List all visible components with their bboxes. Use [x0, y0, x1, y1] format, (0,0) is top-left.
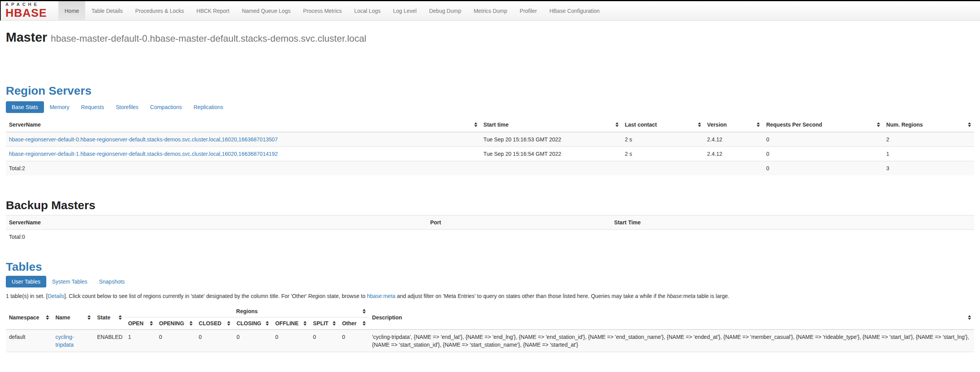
tables-heading: Tables	[6, 260, 974, 273]
nav-item-debug-dump[interactable]: Debug Dump	[423, 1, 468, 20]
sort-icon[interactable]	[363, 321, 366, 326]
column-header-offline[interactable]: OFFLINE	[272, 317, 310, 330]
sort-icon[interactable]	[150, 321, 153, 326]
regionserver-1-link[interactable]: hbase-regionserver-default-1.hbase-regio…	[9, 151, 278, 157]
master-title: Master	[6, 30, 47, 44]
offline-count-cell[interactable]: 0	[272, 330, 310, 352]
nav-item-log-level[interactable]: Log Level	[387, 1, 423, 20]
column-header-closing[interactable]: CLOSING	[233, 317, 272, 330]
tab-storefiles[interactable]: Storefiles	[110, 101, 144, 113]
sort-icon[interactable]	[46, 315, 49, 320]
sort-icon[interactable]	[333, 321, 336, 326]
rps-cell: 0	[763, 147, 883, 161]
column-header-description[interactable]: Description	[369, 305, 974, 330]
closing-count-cell[interactable]: 0	[233, 330, 272, 352]
nav-item-procedures-locks[interactable]: Procedures & Locks	[129, 1, 190, 20]
column-header-servername[interactable]: ServerName	[6, 118, 480, 132]
column-header-num-regions[interactable]: Num. Regions	[883, 118, 974, 132]
num-regions-cell: 1	[883, 147, 974, 161]
opening-count-cell[interactable]: 0	[156, 330, 196, 352]
split-count-cell[interactable]: 0	[310, 330, 339, 352]
last-contact-cell: 2 s	[622, 147, 704, 161]
column-header-requests-per-second[interactable]: Requests Per Second	[763, 118, 883, 132]
tab-memory[interactable]: Memory	[44, 101, 75, 113]
nav-item-process-metrics[interactable]: Process Metrics	[297, 1, 348, 20]
nav-item-named-queue-logs[interactable]: Named Queue Logs	[236, 1, 297, 20]
nav-item-metrics-dump[interactable]: Metrics Dump	[467, 1, 513, 20]
column-header-state[interactable]: State	[94, 305, 125, 330]
total-label: Total:2	[6, 161, 480, 176]
column-header-start-time: Start Time	[611, 215, 974, 230]
tab-requests[interactable]: Requests	[75, 101, 110, 113]
nav-item-local-logs[interactable]: Local Logs	[348, 1, 387, 20]
name-cell: cycling-tripdata	[52, 330, 94, 352]
tab-user-tables[interactable]: User Tables	[6, 276, 46, 287]
table-row: hbase-regionserver-default-0.hbase-regio…	[6, 132, 974, 147]
column-header-namespace[interactable]: Namespace	[6, 305, 52, 330]
column-header-start-time[interactable]: Start time	[480, 118, 622, 132]
sort-icon[interactable]	[698, 122, 701, 127]
sort-icon[interactable]	[877, 122, 880, 127]
sort-icon[interactable]	[968, 122, 971, 127]
hbase-logo[interactable]: APACHE HBASE	[1, 1, 58, 20]
column-header-closed[interactable]: CLOSED	[196, 317, 233, 330]
sort-icon[interactable]	[303, 321, 307, 326]
region-servers-header-row: ServerName Start time Last contact Versi…	[6, 118, 974, 132]
navbar-items: Home Table Details Procedures & Locks HB…	[58, 1, 606, 20]
sort-icon[interactable]	[189, 321, 193, 326]
open-count-cell[interactable]: 1	[125, 330, 156, 352]
sort-icon[interactable]	[757, 122, 760, 127]
servername-cell: hbase-regionserver-default-0.hbase-regio…	[6, 132, 480, 147]
num-regions-cell: 2	[883, 132, 974, 147]
sort-icon[interactable]	[266, 321, 269, 326]
tab-snapshots[interactable]: Snapshots	[93, 276, 130, 287]
logo-hbase-text: HBASE	[5, 7, 53, 19]
table-row: default cycling-tripdata ENABLED 1 0 0 0…	[6, 330, 974, 352]
total-label: Total:0	[6, 230, 427, 244]
top-navbar: APACHE HBASE Home Table Details Procedur…	[0, 1, 980, 21]
start-time-cell: Tue Sep 20 15:16:53 GMT 2022	[480, 132, 622, 147]
tab-base-stats[interactable]: Base Stats	[6, 101, 44, 113]
tab-replications[interactable]: Replications	[188, 101, 229, 113]
nav-item-hbck-report[interactable]: HBCK Report	[190, 1, 236, 20]
nav-item-hbase-configuration[interactable]: HBase Configuration	[543, 1, 606, 20]
nav-item-home[interactable]: Home	[58, 1, 85, 20]
total-regions: 3	[883, 161, 974, 176]
regionserver-0-link[interactable]: hbase-regionserver-default-0.hbase-regio…	[9, 136, 278, 143]
column-header-servername: ServerName	[6, 215, 427, 230]
column-header-version[interactable]: Version	[704, 118, 763, 132]
backup-masters-header-row: ServerName Port Start Time	[6, 215, 974, 230]
closed-count-cell[interactable]: 0	[196, 330, 233, 352]
hbase-meta-link[interactable]: hbase:meta	[367, 293, 395, 299]
column-header-opening[interactable]: OPENING	[156, 317, 196, 330]
sort-icon[interactable]	[119, 315, 122, 320]
region-servers-tabs: Base Stats Memory Requests Storefiles Co…	[6, 101, 974, 113]
version-cell: 2.4.12	[704, 132, 763, 147]
column-header-split[interactable]: SPLIT	[310, 317, 339, 330]
sort-icon[interactable]	[474, 122, 477, 127]
column-header-open[interactable]: OPEN	[125, 317, 156, 330]
tab-compactions[interactable]: Compactions	[144, 101, 188, 113]
sort-icon[interactable]	[615, 122, 619, 127]
sort-icon[interactable]	[88, 315, 91, 320]
rps-cell: 0	[763, 132, 883, 147]
details-link[interactable]: Details	[47, 293, 64, 299]
sort-icon[interactable]	[363, 309, 366, 314]
nav-item-table-details[interactable]: Table Details	[85, 1, 129, 20]
column-header-last-contact[interactable]: Last contact	[622, 118, 704, 132]
column-header-name[interactable]: Name	[52, 305, 94, 330]
state-cell: ENABLED	[94, 330, 125, 352]
other-count-cell[interactable]: 0	[339, 330, 369, 352]
nav-item-profiler[interactable]: Profiler	[514, 1, 543, 20]
namespace-cell: default	[6, 330, 52, 352]
sort-icon[interactable]	[968, 315, 971, 320]
table-row: hbase-regionserver-default-1.hbase-regio…	[6, 147, 974, 161]
column-header-other[interactable]: Other	[339, 317, 369, 330]
tab-system-tables[interactable]: System Tables	[46, 276, 93, 287]
total-row: Total:0	[6, 230, 974, 244]
page-content: Master hbase-master-default-0.hbase-mast…	[0, 30, 980, 352]
master-hostname: hbase-master-default-0.hbase-master-defa…	[51, 33, 366, 44]
column-group-regions[interactable]: Regions	[125, 305, 369, 317]
sort-icon[interactable]	[227, 321, 230, 326]
cycling-tripdata-link[interactable]: cycling-tripdata	[55, 334, 74, 348]
